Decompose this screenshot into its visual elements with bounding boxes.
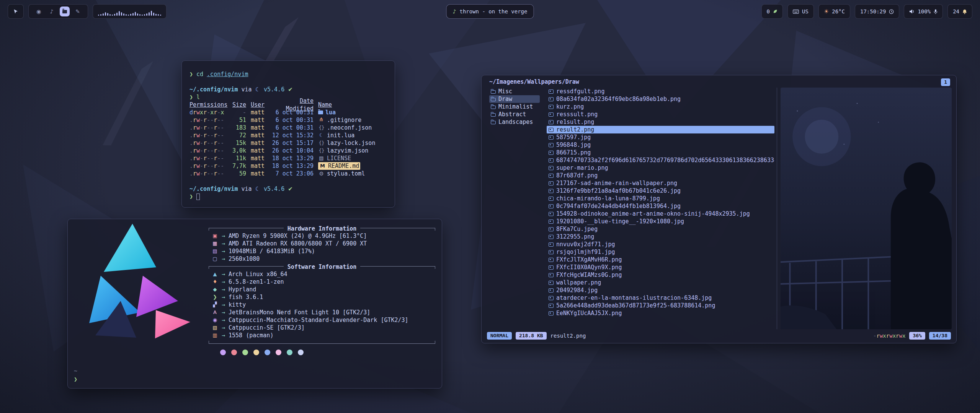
image-file-icon [549, 89, 554, 94]
workspace-button[interactable]: ◉ [34, 7, 44, 16]
workspace-button[interactable]: ✎ [73, 7, 83, 16]
visualizer-bar [132, 13, 134, 16]
file-item[interactable]: 19201080-__blue-tinge__-1920×1080.jpg [547, 218, 774, 225]
mode-badge: NORMAL [487, 332, 512, 340]
directory-name: Misc [498, 88, 512, 95]
info-row: ❯ → fish 3.6.1 [209, 293, 435, 301]
arrow-icon: → [222, 293, 225, 301]
file-item[interactable]: FXfcHgcWIAMzs0G.png [547, 271, 774, 279]
breadcrumb-path: ~/Imagenes/Wallpapers/Draw [489, 78, 579, 85]
image-file-icon [549, 250, 554, 254]
directory-item[interactable]: Draw [489, 95, 540, 103]
image-file-icon [549, 258, 554, 262]
file-item[interactable]: re1sult.png [547, 118, 774, 126]
directory-item[interactable]: Landscapes [489, 118, 540, 126]
filename: .gitignore [327, 116, 361, 124]
file-item[interactable]: 217167-sad-anime-rain-wallpaper.png [547, 179, 774, 187]
cursor-line[interactable]: ❯ [189, 193, 387, 200]
file-item[interactable]: resssult.png [547, 111, 774, 118]
file-item[interactable]: 08a634fa02a32364f69ebc86a98eb1eb.png [547, 95, 774, 103]
info-value: kitty [229, 301, 246, 309]
image-file-icon [549, 288, 554, 293]
file-item[interactable]: 596848.jpg [547, 141, 774, 149]
image-file-icon [549, 143, 554, 147]
directory-item[interactable]: Abstract [489, 111, 540, 118]
now-playing-title: thrown - on the verge [459, 8, 527, 15]
file-list-pane: ressdfgult.png 08a634fa02a32364f69ebc86a… [547, 88, 777, 329]
file-item[interactable]: 87r687df.png [547, 172, 774, 179]
tab-indicator[interactable]: 1 [941, 78, 950, 86]
file-item[interactable]: FXfcII0X0AQyn9X.png [547, 263, 774, 271]
terminal-window[interactable]: ❯cd.config/nvim ~/.config/nvimvia☾v5.4.6… [181, 60, 395, 208]
image-file-icon [549, 204, 554, 208]
updates-module[interactable]: 0 [761, 4, 783, 19]
file-item[interactable]: 587597.jpg [547, 133, 774, 141]
info-value: 10948MiB / 64183MiB (17%) [229, 247, 315, 255]
color-dot [231, 350, 237, 355]
visualizer-bar [98, 15, 99, 16]
file-name: EeNKYgIUcAAJ5JX.png [556, 310, 622, 317]
directory-item[interactable]: Minimalist [489, 103, 540, 111]
file-item[interactable]: chica-mirando-la-luna-8799.jpg [547, 195, 774, 202]
file-name: FXfcII0X0AQyn9X.png [556, 264, 622, 271]
system-info-panel: Hardware Information ▣ → AMD Ryzen 9 590… [209, 224, 435, 355]
audio-module[interactable]: 100% [904, 4, 943, 19]
file-item[interactable]: result2.png [547, 126, 774, 133]
file-item[interactable]: super-mario.png [547, 164, 774, 172]
check-icon: ✔ [288, 86, 293, 93]
file-manager-window[interactable]: ~/Imagenes/Wallpapers/Draw 1 Misc Draw M… [481, 75, 957, 343]
file-item[interactable]: nnvuv0xj2df71.jpg [547, 241, 774, 248]
file-item[interactable]: EeNKYgIUcAAJ5JX.png [547, 309, 774, 317]
info-row: ◉ → Catppuccin-Macchiato-Standard-Lavend… [209, 316, 435, 324]
filetype-icon [318, 133, 325, 138]
weather-module[interactable]: ☀ 26°C [818, 4, 850, 19]
file-item[interactable]: 68747470733a2f2f696d616765732d7769786d70… [547, 156, 774, 164]
file-item[interactable]: kurz.png [547, 103, 774, 111]
volume-level: 100% [918, 8, 931, 15]
arrow-icon: → [222, 286, 225, 293]
filetype-icon [318, 156, 325, 161]
file-item[interactable]: 3126f7e9bbf21a8a4af0b67b041c6e26.jpg [547, 187, 774, 195]
system-info-window[interactable]: Hardware Information ▣ → AMD Ryzen 9 590… [67, 219, 442, 389]
keyboard-layout-module[interactable]: US [787, 4, 814, 19]
file-listing: drwxr-xr-x - matt 6 oct 00:31 lua .rw-r-… [189, 109, 387, 177]
file-item[interactable]: FXfcJlTXgAMvH6R.png [547, 256, 774, 263]
workspace-button[interactable] [60, 7, 70, 16]
file-item[interactable]: 3122955.png [547, 233, 774, 241]
info-row: ▞ → kitty [209, 301, 435, 309]
workspace-button[interactable]: ♪ [47, 7, 57, 16]
file-name: 20492984.jpg [556, 287, 598, 294]
info-row: ◆ → Hyprland [209, 286, 435, 293]
visualizer-bar [160, 15, 161, 16]
image-file-icon [549, 265, 554, 270]
file-item[interactable]: 866715.png [547, 149, 774, 156]
info-value: Catppuccin-Macchiato-Standard-Lavender-D… [229, 316, 408, 324]
clock-module[interactable]: 17:50:29 [855, 4, 899, 19]
launcher-button[interactable] [8, 4, 24, 19]
file-item[interactable]: ressdfgult.png [547, 88, 774, 95]
preview-image [781, 88, 952, 329]
file-name: result2.png [556, 126, 594, 133]
file-item[interactable]: 8FKa7Cu.jpeg [547, 225, 774, 233]
visualizer-bar [114, 14, 115, 16]
prompt-symbol: ❯ [74, 375, 77, 384]
notifications-module[interactable]: 24 [947, 4, 972, 19]
file-item[interactable]: rsjqojlmjhf91.jpg [547, 248, 774, 256]
file-item[interactable]: 0c794faf07de24a4db4d4fb1eb813964.jpg [547, 202, 774, 210]
listing-row: .rw-r--r-- 59 matt 7 oct 23:06 stylua.to… [189, 170, 387, 177]
now-playing-module[interactable]: ♪ thrown - on the verge [446, 4, 534, 19]
weather-icon: ☀ [824, 8, 829, 15]
file-item[interactable]: 154928-odinokoe_anime-art-anime-okno-sin… [547, 210, 774, 218]
file-item[interactable]: atardecer-en-la-montanas-ilustracion-634… [547, 294, 774, 302]
image-file-icon [549, 135, 554, 140]
file-item[interactable]: 20492984.jpg [547, 286, 774, 294]
workspace-icon [62, 10, 67, 13]
folder-icon [491, 121, 496, 124]
filetype-icon [318, 171, 325, 177]
filename: lua [325, 109, 336, 116]
prompt-symbol: ❯ [189, 70, 193, 78]
file-item[interactable]: wallpaper.png [547, 279, 774, 286]
file-item[interactable]: 5a266e448add93deab367d87173e9f25-6837886… [547, 302, 774, 309]
directory-item[interactable]: Misc [489, 88, 540, 95]
date-value: 12 oct 15:32 [271, 132, 314, 139]
